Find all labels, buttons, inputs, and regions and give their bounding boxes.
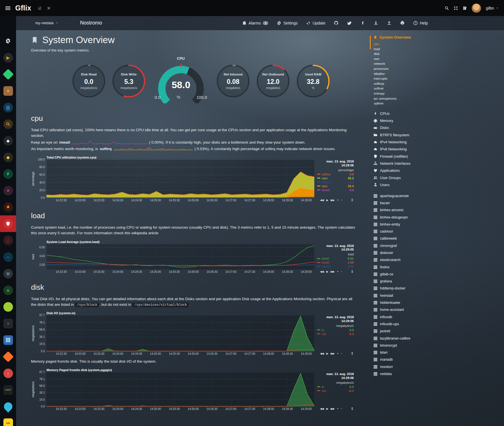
- app-radarr-icon[interactable]: ◆: [0, 132, 16, 149]
- app-cadvisor-icon[interactable]: [0, 166, 16, 182]
- menu-item-processes[interactable]: processes: [373, 66, 444, 72]
- gauge-net-inbound[interactable]: Net Inbound0.08megabits/s: [216, 64, 251, 99]
- app-flame-icon[interactable]: [0, 199, 16, 215]
- legend-nice[interactable]: nice20.4: [317, 184, 354, 188]
- chart-canvas[interactable]: [47, 372, 314, 407]
- app-handbrake-icon[interactable]: ×: [0, 182, 16, 199]
- legend-load1[interactable]: load16.51: [317, 257, 354, 260]
- menu-app-netdata[interactable]: netdata: [373, 370, 444, 377]
- zoom-in-button[interactable]: +: [337, 270, 338, 273]
- menu-app-hddtemp-docker[interactable]: hddtemp-docker: [373, 285, 444, 292]
- menu-app-calibreweb[interactable]: calibreweb: [373, 235, 444, 242]
- menu-system-overview[interactable]: System Overview: [373, 35, 444, 39]
- menu-app-gitlab-ce[interactable]: gitlab-ce: [373, 271, 444, 278]
- rewind-button[interactable]: ◀◀: [320, 352, 324, 355]
- menu-section-network-interfaces[interactable]: Network Interfaces: [373, 160, 444, 167]
- zoom-out-button[interactable]: −: [341, 270, 342, 273]
- fullscreen-icon[interactable]: [454, 6, 458, 10]
- twitter-icon[interactable]: [347, 21, 352, 25]
- app-utorrent-icon[interactable]: u: [0, 282, 16, 298]
- menu-app-apacheguacamole[interactable]: apacheguacamole: [373, 192, 444, 199]
- menu-item-ram[interactable]: ram: [373, 57, 444, 62]
- app-lazylibrarian-icon[interactable]: LAZY: [0, 382, 16, 398]
- help-button[interactable]: Help: [413, 21, 428, 25]
- app-lime-icon[interactable]: [0, 298, 16, 315]
- menu-app-monitorr[interactable]: monitorr: [373, 363, 444, 370]
- menu-item-uptime[interactable]: uptime: [373, 101, 444, 106]
- app-gem-icon[interactable]: [0, 66, 16, 82]
- app-bookstack-icon[interactable]: ≡: [0, 82, 16, 99]
- app-ombi-icon[interactable]: ○: [0, 249, 16, 265]
- home-icon[interactable]: [0, 16, 16, 33]
- resize-handle[interactable]: ⇕: [351, 351, 354, 356]
- menu-app-cadvisor[interactable]: cadvisor: [373, 228, 444, 235]
- refresh-tab-icon[interactable]: [37, 6, 42, 10]
- app-stats-icon[interactable]: ≡: [0, 315, 16, 332]
- user-avatar[interactable]: [472, 3, 481, 13]
- app-unmanic-icon[interactable]: U: [0, 265, 16, 282]
- forward-button[interactable]: ▶▶: [331, 198, 334, 202]
- rewind-button[interactable]: ◀◀: [320, 407, 324, 410]
- legend-iowait[interactable]: iowait0.0: [317, 188, 354, 192]
- menu-app-mariadb[interactable]: mariadb: [373, 356, 444, 363]
- menu-section-memory[interactable]: Memory: [373, 117, 444, 124]
- menu-app-grafana[interactable]: grafana: [373, 278, 444, 285]
- app-plex-icon[interactable]: ▶: [0, 49, 16, 66]
- menu-app-elasticsearch[interactable]: elasticsearch: [373, 257, 444, 264]
- legend-load5[interactable]: load52.68: [317, 260, 354, 264]
- print-icon[interactable]: [400, 21, 405, 25]
- zoom-out-button[interactable]: −: [341, 407, 342, 410]
- chart-canvas[interactable]: [47, 315, 314, 351]
- menu-item-disk[interactable]: disk: [373, 52, 444, 57]
- menu-app-home-assistant[interactable]: home-assistant: [373, 306, 444, 313]
- legend-out[interactable]: out-5.2: [317, 389, 354, 393]
- resize-handle[interactable]: ⇕: [351, 407, 354, 411]
- menu-app-binhex-airsonic[interactable]: binhex-airsonic: [373, 207, 444, 214]
- resize-handle[interactable]: ⇕: [351, 269, 354, 274]
- menu-app-influxdb-ups[interactable]: influxdb-ups: [373, 320, 444, 327]
- play-button[interactable]: ▶: [326, 198, 328, 202]
- menu-section-user-groups[interactable]: User Groups: [373, 174, 444, 181]
- zoom-out-button[interactable]: −: [341, 352, 342, 355]
- menu-item-load[interactable]: load: [373, 47, 444, 52]
- legend-load15[interactable]: load152.06: [317, 264, 354, 268]
- legend-in[interactable]: in0.0: [317, 385, 354, 389]
- legend-out[interactable]: out-5.3: [317, 332, 354, 336]
- settings-button[interactable]: Settings: [277, 21, 298, 25]
- import-snapshot-icon[interactable]: [387, 21, 392, 25]
- menu-section-cpus[interactable]: CPUs: [373, 110, 444, 117]
- gauge-disk-write[interactable]: Disk Write5.3megabytes/s: [111, 64, 146, 99]
- alarms-button[interactable]: Alarms 2: [242, 21, 269, 25]
- menu-item-interrupts[interactable]: interrupts: [373, 76, 444, 81]
- gauge-net-outbound[interactable]: Net Outbound12.0megabits/s: [256, 64, 291, 99]
- zoom-out-button[interactable]: −: [341, 198, 342, 202]
- user-menu[interactable]: gilbn: [486, 6, 499, 10]
- export-snapshot-icon[interactable]: [373, 21, 378, 25]
- app-jackett-icon[interactable]: [0, 116, 16, 132]
- rewind-button[interactable]: ◀◀: [320, 198, 324, 202]
- menu-item-entropy[interactable]: entropy: [373, 91, 444, 96]
- app-bazarr-icon[interactable]: ◆: [0, 149, 16, 166]
- menu-app-bazarr[interactable]: bazarr: [373, 199, 444, 206]
- menu-app-lazylibrarian-calibre[interactable]: lazylibrarian-calibre: [373, 335, 444, 342]
- menu-app-letsencrypt[interactable]: letsencrypt: [373, 342, 444, 349]
- chart-canvas[interactable]: [47, 244, 314, 269]
- facebook-icon[interactable]: [360, 21, 365, 25]
- forward-button[interactable]: ▶▶: [331, 407, 334, 410]
- menu-section-users[interactable]: Users: [373, 181, 444, 188]
- legend-system[interactable]: system2.3: [317, 180, 354, 184]
- menu-app-jackett[interactable]: jackett: [373, 328, 444, 335]
- server-dropdown[interactable]: my-netdata: [35, 21, 59, 25]
- gauge-disk-read[interactable]: Disk Read0.0megabytes/s: [71, 64, 106, 99]
- menu-item-softnet[interactable]: softnet: [373, 86, 444, 91]
- gauge-cpu[interactable]: CPU58.00.0%100.0: [151, 56, 211, 100]
- update-button[interactable]: Update: [306, 21, 325, 25]
- menu-icon[interactable]: [5, 5, 11, 11]
- menu-section-ipv6-networking[interactable]: IPv6 Networking: [373, 146, 444, 153]
- menu-app-hiddenloader[interactable]: hiddenloader: [373, 299, 444, 306]
- app-sabnzbd-icon[interactable]: sab: [0, 415, 16, 426]
- menu-app-binhex-emby[interactable]: binhex-emby: [373, 221, 444, 228]
- menu-item-cpu[interactable]: cpu: [373, 42, 444, 47]
- app-window-icon[interactable]: [0, 332, 16, 348]
- menu-section-btrfs-filesystem[interactable]: BTRFS filesystem: [373, 131, 444, 139]
